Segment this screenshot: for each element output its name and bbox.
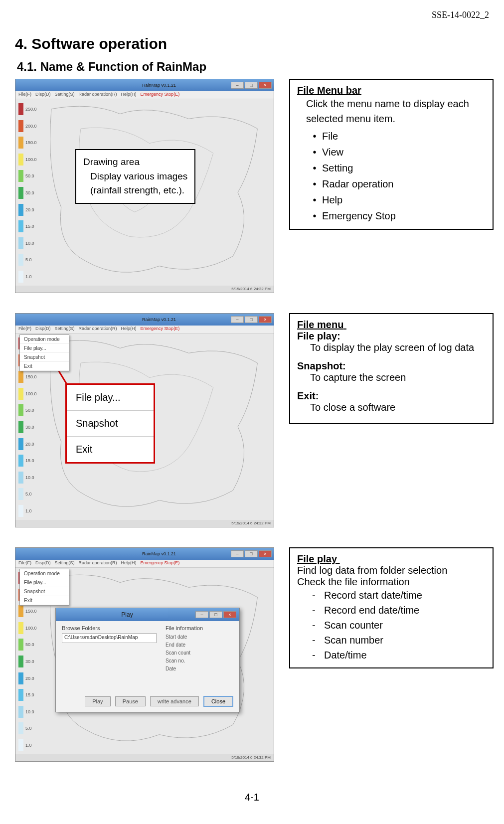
advance-button[interactable]: write advance xyxy=(150,696,199,706)
popup-file-menu: File play... Snapshot Exit xyxy=(65,383,155,464)
menu-item[interactable]: Disp(D) xyxy=(35,560,51,567)
menu-item[interactable]: Radar operation(R) xyxy=(79,560,117,567)
dropdown-item[interactable]: Snapshot xyxy=(20,587,69,596)
folder-path-input[interactable]: C:\Users\radar\Desktop\RainMap xyxy=(62,633,157,643)
dash-item: Record start date/time xyxy=(324,588,422,603)
file-info-list: Start date End date Scan count Scan no. … xyxy=(166,633,203,673)
menu-item[interactable]: Setting(S) xyxy=(55,326,75,332)
info-box-filemenu: File menu File play: To display the play… xyxy=(289,313,494,424)
screenshot-main: RainMap v0.1.21 – □ × File(F) Disp(D) Se… xyxy=(15,79,274,293)
dropdown-item[interactable]: Snapshot xyxy=(20,353,69,362)
status-bar: 5/19/2014 6:24:32 PM xyxy=(15,520,274,527)
menu-item[interactable]: Help(H) xyxy=(121,326,137,332)
screenshot-filemenu: RainMap v0.1.21 – □ × File(F) Disp(D) Se… xyxy=(15,313,274,527)
file-dropdown: Operation mode File play... Snapshot Exi… xyxy=(19,569,69,606)
bullet-item: Emergency Stop xyxy=(322,208,396,224)
minimize-button[interactable]: – xyxy=(231,316,244,323)
menu-item[interactable]: Radar operation(R) xyxy=(79,326,117,332)
menu-item[interactable]: File(F) xyxy=(18,326,31,332)
info-subhead: Exit: xyxy=(297,390,486,402)
status-bar: 5/19/2014 6:24:32 PM xyxy=(15,754,274,761)
callout-drawing-area: Drawing area Display various images (rai… xyxy=(75,149,195,204)
menu-item[interactable]: Help(H) xyxy=(121,560,137,567)
dropdown-item[interactable]: File play... xyxy=(20,578,69,587)
doc-header-code: SSE-14-0022_2 xyxy=(15,10,489,20)
dropdown-item[interactable]: Exit xyxy=(20,362,69,371)
menu-item[interactable]: File(F) xyxy=(18,92,31,98)
info-line: Find log data from folder selection xyxy=(297,565,486,576)
menu-bar: File(F) Disp(D) Setting(S) Radar operati… xyxy=(15,91,274,99)
menu-item[interactable]: File(F) xyxy=(18,560,31,567)
maximize-button[interactable]: □ xyxy=(245,550,258,557)
section-2: RainMap v0.1.21 – □ × File(F) Disp(D) Se… xyxy=(15,313,489,527)
dropdown-item[interactable]: Operation mode xyxy=(20,335,69,344)
section-1: RainMap v0.1.21 – □ × File(F) Disp(D) Se… xyxy=(15,79,489,293)
info-line: Check the file information xyxy=(297,576,486,588)
heading-1: 4. Software operation xyxy=(15,35,489,52)
info-subdesc: To display the play screen of log data xyxy=(310,342,486,353)
info-box-fileplay: File play Find log data from folder sele… xyxy=(289,547,494,668)
dialog-titlebar: Play – □ × xyxy=(56,608,239,621)
window-titlebar: RainMap v0.1.21 – □ × xyxy=(15,548,274,560)
callout-line: (rainfall strength, etc.). xyxy=(90,183,187,198)
menu-item-emergency[interactable]: Emergency Stop(E) xyxy=(141,326,180,332)
status-bar: 5/19/2014 6:24:32 PM xyxy=(15,286,274,293)
window-titlebar: RainMap v0.1.21 – □ × xyxy=(15,79,274,91)
menu-item[interactable]: Disp(D) xyxy=(35,92,51,98)
close-button[interactable]: × xyxy=(259,316,272,323)
window-title: RainMap v0.1.21 xyxy=(142,317,176,322)
close-button[interactable]: Close xyxy=(203,696,233,707)
dash-item: Scan counter xyxy=(324,618,383,633)
heading-2: 4.1. Name & Function of RainMap xyxy=(17,60,489,74)
pause-button[interactable]: Pause xyxy=(115,696,146,706)
section-3: RainMap v0.1.21 – □ × File(F) Disp(D) Se… xyxy=(15,547,489,762)
menu-item[interactable]: Setting(S) xyxy=(55,92,75,98)
menu-item-emergency[interactable]: Emergency Stop(E) xyxy=(141,92,180,98)
info-box-menubar: File Menu bar Click the menu name to dis… xyxy=(289,79,494,230)
dialog-minimize[interactable]: – xyxy=(195,611,208,618)
page-number: 4-1 xyxy=(15,792,489,803)
window-title: RainMap v0.1.21 xyxy=(142,83,176,88)
dialog-title: Play xyxy=(59,611,195,618)
dash-item: Scan number xyxy=(324,633,383,648)
play-button[interactable]: Play xyxy=(85,696,110,706)
popup-item[interactable]: File play... xyxy=(67,385,154,410)
close-button[interactable]: × xyxy=(259,550,272,557)
maximize-button[interactable]: □ xyxy=(245,82,258,89)
close-button[interactable]: × xyxy=(259,82,272,89)
popup-item[interactable]: Snapshot xyxy=(67,410,154,436)
minimize-button[interactable]: – xyxy=(231,82,244,89)
callout-title: Drawing area xyxy=(83,155,187,169)
maximize-button[interactable]: □ xyxy=(245,316,258,323)
menu-item[interactable]: Disp(D) xyxy=(35,326,51,332)
popup-item[interactable]: Exit xyxy=(67,436,154,462)
color-scale: 250.0 200.0 150.0 100.0 50.0 30.0 20.0 1… xyxy=(18,103,41,283)
play-dialog: Play – □ × Browse Folders C:\Users\radar… xyxy=(55,608,240,712)
menu-item[interactable]: Help(H) xyxy=(121,92,137,98)
info-desc: Click the menu name to display each sele… xyxy=(306,96,486,126)
minimize-button[interactable]: – xyxy=(231,550,244,557)
info-title: File play xyxy=(297,553,486,565)
menu-item-emergency[interactable]: Emergency Stop(E) xyxy=(141,560,180,567)
bullet-item: Help xyxy=(322,192,342,208)
screenshot-fileplay: RainMap v0.1.21 – □ × File(F) Disp(D) Se… xyxy=(15,547,274,762)
dialog-maximize[interactable]: □ xyxy=(209,611,222,618)
callout-line: Display various images xyxy=(90,169,187,184)
dropdown-item[interactable]: Exit xyxy=(20,596,69,605)
menu-item[interactable]: Radar operation(R) xyxy=(79,92,117,98)
info-title: File Menu bar xyxy=(297,85,486,96)
info-title: File menu xyxy=(297,319,486,330)
dialog-close[interactable]: × xyxy=(223,611,236,618)
browse-label: Browse Folders xyxy=(62,625,157,631)
info-subhead: File play: xyxy=(297,330,486,342)
info-subhead: Snapshot: xyxy=(297,360,486,372)
dropdown-item[interactable]: File play... xyxy=(20,344,69,353)
window-titlebar: RainMap v0.1.21 – □ × xyxy=(15,314,274,326)
info-subdesc: To capture the screen xyxy=(310,372,486,383)
bullet-item: View xyxy=(322,144,343,160)
dash-item: Record end date/time xyxy=(324,603,419,618)
window-title: RainMap v0.1.21 xyxy=(142,551,176,556)
menu-bar: File(F) Disp(D) Setting(S) Radar operati… xyxy=(15,326,274,333)
menu-item[interactable]: Setting(S) xyxy=(55,560,75,567)
dropdown-item[interactable]: Operation mode xyxy=(20,569,69,578)
